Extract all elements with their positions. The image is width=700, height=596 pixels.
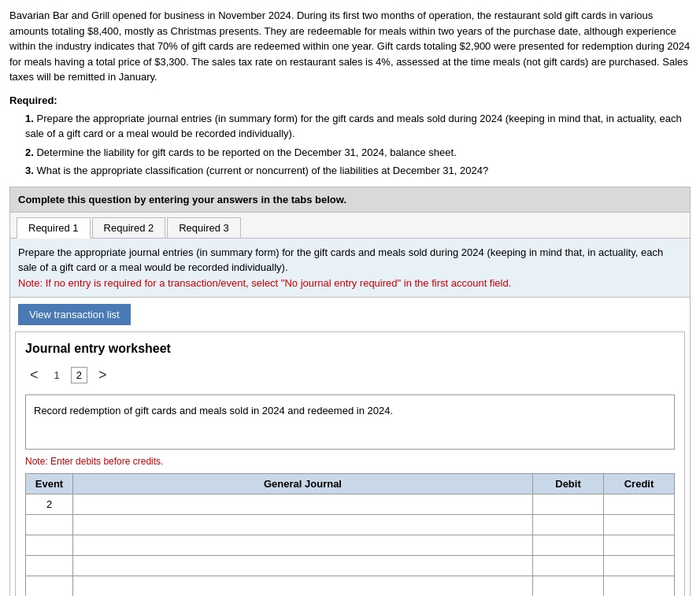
page-1-number[interactable]: 1 [50, 368, 65, 383]
debit-input-3[interactable] [539, 539, 597, 551]
table-row [26, 556, 675, 576]
header-event: Event [26, 474, 73, 494]
view-transaction-button[interactable]: View transaction list [18, 304, 131, 325]
header-debit: Debit [533, 474, 604, 494]
debit-cell-2[interactable] [533, 515, 604, 535]
journal-input-3[interactable] [80, 539, 526, 551]
tab-required-1[interactable]: Required 1 [17, 217, 91, 239]
instruction-main: Prepare the appropriate journal entries … [18, 245, 682, 276]
credit-cell-3[interactable] [604, 535, 675, 556]
header-credit: Credit [604, 474, 675, 494]
required-item-2: 2. Determine the liability for gift card… [25, 145, 691, 161]
credit-input-2[interactable] [610, 519, 668, 531]
journal-input-2[interactable] [80, 519, 526, 531]
journal-cell-1[interactable] [73, 494, 533, 515]
worksheet-title: Journal entry worksheet [25, 342, 675, 356]
event-cell-1: 2 [26, 494, 73, 515]
journal-table: Event General Journal Debit Credit 2 [25, 473, 675, 596]
journal-input-4[interactable] [80, 560, 526, 572]
prev-page-button[interactable]: < [25, 365, 43, 385]
credit-input-5[interactable] [610, 580, 668, 592]
credit-cell-4[interactable] [604, 556, 675, 576]
credit-input-1[interactable] [610, 498, 668, 510]
journal-cell-5[interactable] [73, 576, 533, 597]
event-cell-4 [26, 556, 73, 576]
table-row [26, 515, 675, 535]
table-header-row: Event General Journal Debit Credit [26, 474, 675, 494]
worksheet-nav: < 1 2 > [25, 365, 675, 385]
event-cell-2 [26, 515, 73, 535]
required-item-1: 1. Prepare the appropriate journal entri… [25, 111, 691, 142]
instruction-note: Note: If no entry is required for a tran… [18, 276, 682, 291]
journal-cell-3[interactable] [73, 535, 533, 556]
credit-input-4[interactable] [610, 560, 668, 572]
journal-cell-4[interactable] [73, 556, 533, 576]
table-row [26, 535, 675, 556]
debit-cell-1[interactable] [533, 494, 604, 515]
event-cell-3 [26, 535, 73, 556]
required-label: Required: [9, 94, 691, 106]
debit-cell-5[interactable] [533, 576, 604, 597]
debit-input-1[interactable] [539, 498, 597, 510]
record-description-box: Record redemption of gift cards and meal… [25, 394, 675, 450]
table-row: 2 [26, 494, 675, 515]
journal-cell-2[interactable] [73, 515, 533, 535]
event-cell-5 [26, 576, 73, 597]
debits-note: Note: Enter debits before credits. [25, 456, 675, 467]
instruction-box: Prepare the appropriate journal entries … [10, 239, 690, 298]
debit-cell-3[interactable] [533, 535, 604, 556]
journal-input-1[interactable] [80, 498, 526, 510]
journal-entry-worksheet: Journal entry worksheet < 1 2 > Record r… [15, 331, 685, 596]
credit-input-3[interactable] [610, 539, 668, 551]
tabs-container: Required 1 Required 2 Required 3 Prepare… [9, 213, 691, 597]
debit-input-5[interactable] [539, 580, 597, 592]
intro-paragraph: Bavarian Bar and Grill opened for busine… [9, 8, 691, 85]
table-row [26, 576, 675, 597]
credit-cell-2[interactable] [604, 515, 675, 535]
required-list: 1. Prepare the appropriate journal entri… [9, 111, 691, 179]
page-2-number[interactable]: 2 [71, 367, 87, 383]
credit-cell-5[interactable] [604, 576, 675, 597]
required-item-3: 3. What is the appropriate classificatio… [25, 163, 691, 179]
header-general-journal: General Journal [73, 474, 533, 494]
tabs-row: Required 1 Required 2 Required 3 [10, 213, 690, 239]
credit-cell-1[interactable] [604, 494, 675, 515]
debit-input-2[interactable] [539, 519, 597, 531]
next-page-button[interactable]: > [94, 365, 112, 385]
debit-input-4[interactable] [539, 560, 597, 572]
complete-banner: Complete this question by entering your … [9, 187, 691, 213]
required-section: Required: 1. Prepare the appropriate jou… [9, 94, 691, 179]
tab-required-3[interactable]: Required 3 [167, 217, 241, 238]
journal-input-5[interactable] [80, 580, 526, 592]
debit-cell-4[interactable] [533, 556, 604, 576]
tab-required-2[interactable]: Required 2 [92, 217, 166, 238]
